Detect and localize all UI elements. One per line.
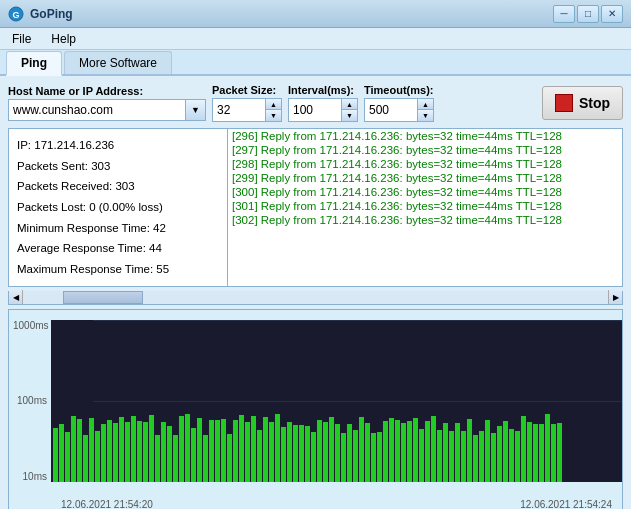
stat-min-time: Minimum Response Time: 42 <box>17 218 219 239</box>
log-panel: [296] Reply from 171.214.16.236: bytes=3… <box>228 128 623 287</box>
chart-y-label-0: 1000ms <box>13 320 47 331</box>
packet-up[interactable]: ▲ <box>265 99 281 110</box>
chart-bar <box>191 428 196 482</box>
chart-bar <box>269 422 274 482</box>
log-line: [302] Reply from 171.214.16.236: bytes=3… <box>228 213 622 227</box>
chart-bar <box>371 433 376 482</box>
packet-spinners: ▲ ▼ <box>265 99 281 121</box>
chart-bar <box>377 432 382 482</box>
packet-label: Packet Size: <box>212 84 282 96</box>
chart-bar <box>131 416 136 482</box>
horizontal-scrollbar[interactable]: ◀ ▶ <box>8 291 623 305</box>
log-line: [301] Reply from 171.214.16.236: bytes=3… <box>228 199 622 213</box>
chart-bar <box>479 431 484 482</box>
menu-help[interactable]: Help <box>43 30 84 48</box>
stat-received: Packets Received: 303 <box>17 176 219 197</box>
app-icon: G <box>8 6 24 22</box>
scroll-left-button[interactable]: ◀ <box>9 290 23 304</box>
menu-bar: File Help <box>0 28 631 50</box>
chart-bar <box>323 422 328 482</box>
chart-bar <box>395 420 400 482</box>
chart-bar <box>449 431 454 482</box>
chart-bar <box>59 424 64 482</box>
chart-bar <box>101 424 106 482</box>
chart-bar <box>113 423 118 482</box>
stop-button[interactable]: Stop <box>542 86 623 120</box>
chart-bar <box>437 430 442 482</box>
chart-bar <box>485 420 490 482</box>
chart-bar <box>239 415 244 482</box>
chart-bar <box>509 429 514 481</box>
scroll-right-button[interactable]: ▶ <box>608 290 622 304</box>
host-dropdown-button[interactable]: ▼ <box>186 99 206 121</box>
stat-lost: Packets Lost: 0 (0.00% loss) <box>17 197 219 218</box>
svg-text:G: G <box>12 10 19 20</box>
chart-bar <box>353 430 358 482</box>
packet-input-wrap: ▲ ▼ <box>212 98 282 122</box>
chart-bar <box>167 426 172 482</box>
tab-ping[interactable]: Ping <box>6 51 62 76</box>
chart-bar <box>407 421 412 482</box>
chart-bar <box>347 424 352 482</box>
chart-bar <box>551 424 556 482</box>
chart-x-labels: 12.06.2021 21:54:20 12.06.2021 21:54:24 <box>51 499 622 509</box>
interval-input[interactable] <box>289 99 341 121</box>
host-label: Host Name or IP Address: <box>8 85 206 97</box>
host-input[interactable] <box>8 99 186 121</box>
interval-up[interactable]: ▲ <box>341 99 357 110</box>
log-scroll[interactable]: [296] Reply from 171.214.16.236: bytes=3… <box>228 129 622 259</box>
chart-bar <box>359 417 364 482</box>
tab-bar: Ping More Software <box>0 50 631 76</box>
chart-bar <box>425 421 430 482</box>
chart-bar <box>455 423 460 482</box>
scroll-thumb[interactable] <box>63 291 143 304</box>
chart-bar <box>557 423 562 482</box>
interval-group: Interval(ms): ▲ ▼ <box>288 84 358 122</box>
chart-bar <box>53 428 58 482</box>
chart-bar <box>257 430 262 482</box>
chart-bar <box>233 420 238 481</box>
chart-bar <box>287 422 292 481</box>
maximize-button[interactable]: □ <box>577 5 599 23</box>
chart-bar <box>221 419 226 481</box>
chart-bar <box>299 425 304 482</box>
chart-bar <box>311 432 316 482</box>
chart-bar <box>335 424 340 482</box>
chart-bar <box>119 417 124 482</box>
stat-avg-time: Average Response Time: 44 <box>17 238 219 259</box>
interval-down[interactable]: ▼ <box>341 110 357 121</box>
chart-bar <box>521 416 526 482</box>
menu-file[interactable]: File <box>4 30 39 48</box>
timeout-down[interactable]: ▼ <box>417 110 433 121</box>
log-line: [300] Reply from 171.214.16.236: bytes=3… <box>228 185 622 199</box>
tab-more-software[interactable]: More Software <box>64 51 172 74</box>
title-bar-controls: ─ □ ✕ <box>553 5 623 23</box>
timeout-input[interactable] <box>365 99 417 121</box>
log-line: [298] Reply from 171.214.16.236: bytes=3… <box>228 157 622 171</box>
chart-bar <box>527 422 532 481</box>
chart-bar <box>443 423 448 481</box>
chart-bar <box>383 421 388 482</box>
chart-area: 1000ms 100ms 10ms 12.06.2021 21:54:20 12… <box>8 309 623 509</box>
close-button[interactable]: ✕ <box>601 5 623 23</box>
chart-bar <box>197 418 202 482</box>
chart-bar <box>419 429 424 482</box>
packet-input[interactable] <box>213 99 265 121</box>
grid-line-top <box>93 320 622 321</box>
chart-bar <box>515 431 520 482</box>
packet-down[interactable]: ▼ <box>265 110 281 121</box>
chart-bar <box>173 435 178 481</box>
chart-bar <box>281 427 286 482</box>
host-group: Host Name or IP Address: ▼ <box>8 85 206 121</box>
chart-bar <box>533 424 538 482</box>
title-text: GoPing <box>30 7 73 21</box>
timeout-spinners: ▲ ▼ <box>417 99 433 121</box>
host-input-wrap: ▼ <box>8 99 206 121</box>
timeout-up[interactable]: ▲ <box>417 99 433 110</box>
chart-bar <box>467 419 472 482</box>
minimize-button[interactable]: ─ <box>553 5 575 23</box>
chart-bar <box>227 434 232 481</box>
scroll-track[interactable] <box>23 291 608 304</box>
log-line: [296] Reply from 171.214.16.236: bytes=3… <box>228 129 622 143</box>
chart-bar <box>545 414 550 481</box>
